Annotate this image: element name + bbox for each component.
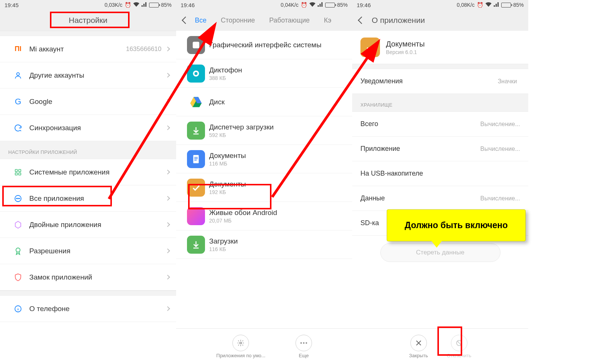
svg-point-13 <box>194 72 197 75</box>
app-icon <box>187 179 205 197</box>
battery-icon <box>501 3 511 8</box>
bottom-bar: Приложения по умо... Еще <box>176 328 352 364</box>
status-speed: 0,04K/c <box>280 2 298 8</box>
tab-cached[interactable]: Кэ <box>324 17 332 24</box>
row-label: Разрешения <box>29 247 164 255</box>
row-other-accounts[interactable]: Другие аккаунты <box>0 62 176 89</box>
title-bar: Настройки <box>0 10 176 31</box>
app-row-download-manager[interactable]: Диспетчер загрузки592 КБ <box>176 116 352 145</box>
app-size: 116 МБ <box>209 161 345 167</box>
svg-point-7 <box>18 198 18 199</box>
app-size: 20,07 МБ <box>209 218 345 224</box>
row-label: Замок приложений <box>29 273 164 281</box>
back-icon[interactable] <box>358 17 365 24</box>
app-icon <box>187 36 205 54</box>
sync-icon <box>13 123 23 133</box>
app-name: Документы <box>209 152 345 160</box>
app-name: Диктофон <box>209 66 345 74</box>
google-icon: G <box>13 97 23 107</box>
chevron-right-icon <box>165 275 170 280</box>
back-icon[interactable] <box>182 17 189 24</box>
app-row-drive[interactable]: Диск <box>176 88 352 116</box>
row-about-phone[interactable]: О телефоне <box>0 296 176 322</box>
app-row-recorder[interactable]: Диктофон388 КБ <box>176 59 352 88</box>
hex-icon <box>13 220 23 230</box>
row-label: Двойные приложения <box>29 221 164 229</box>
svg-point-6 <box>16 198 17 199</box>
row-label: О телефоне <box>29 305 164 313</box>
default-apps-button[interactable]: Приложения по умо... <box>216 335 265 358</box>
row-storage-total: Всего Вычисление... <box>352 112 528 137</box>
tab-all[interactable]: Все <box>195 17 207 24</box>
chevron-right-icon <box>165 248 170 253</box>
status-time: 19:46 <box>357 2 371 8</box>
alarm-icon: ⏰ <box>477 2 483 8</box>
row-label: Данные <box>360 194 385 202</box>
callout-tooltip: Должно быть включено <box>387 209 526 241</box>
svg-point-19 <box>300 342 302 344</box>
chevron-right-icon <box>165 73 170 78</box>
tab-running[interactable]: Работающие <box>269 17 310 24</box>
row-all-apps[interactable]: Все приложения <box>0 185 176 212</box>
status-bar: 19:46 0,04K/c ⏰ 85% <box>176 0 352 10</box>
app-icon <box>187 122 205 140</box>
row-notifications[interactable]: Уведомления Значки <box>352 69 528 94</box>
row-value: Вычисление... <box>480 146 520 152</box>
svg-point-0 <box>17 72 19 75</box>
person-icon <box>13 71 23 80</box>
app-version: Версия 6.0.1 <box>386 49 425 55</box>
alarm-icon: ⏰ <box>125 2 131 8</box>
row-sync[interactable]: Синхронизация <box>0 115 176 141</box>
chevron-right-icon <box>165 99 170 104</box>
app-row-docs-miui[interactable]: Документы192 КБ <box>176 173 352 202</box>
app-name: Документы <box>209 180 345 188</box>
app-size: 388 КБ <box>209 75 345 81</box>
svg-point-8 <box>19 198 20 199</box>
close-button[interactable]: Закрыть <box>409 335 428 358</box>
app-name: Загрузки <box>209 237 345 245</box>
chevron-right-icon <box>165 306 170 311</box>
svg-point-18 <box>240 342 242 344</box>
button-label: Закрыть <box>409 353 428 358</box>
app-row-downloads[interactable]: Загрузки116 КБ <box>176 230 352 259</box>
more-button[interactable]: Еще <box>295 335 312 358</box>
app-row-live-wallpaper[interactable]: Живые обои Android20,07 МБ <box>176 202 352 230</box>
app-name: Живые обои Android <box>209 209 345 217</box>
button-label: Отключить <box>447 353 472 358</box>
row-storage-usb: На USB-накопителе <box>352 161 528 186</box>
row-value: Вычисление... <box>480 195 520 202</box>
tabs-bar: Все Сторонние Работающие Кэ <box>176 10 352 31</box>
svg-point-20 <box>303 342 304 344</box>
app-icon <box>187 236 205 254</box>
app-name: Диск <box>209 98 345 106</box>
tab-third-party[interactable]: Сторонние <box>221 17 255 24</box>
row-mi-account[interactable]: ΠΙ Mi аккаунт 1635666610 <box>0 36 176 62</box>
title-bar: О приложении <box>352 10 528 31</box>
row-label: Уведомления <box>360 77 403 85</box>
app-row-docs-google[interactable]: Документы116 МБ <box>176 145 352 173</box>
chevron-right-icon <box>165 125 170 130</box>
row-storage-app: Приложение Вычисление... <box>352 137 528 161</box>
row-label: Приложение <box>360 145 400 153</box>
screen-settings: 19:45 0,03K/c ⏰ 85% Настройки ΠΙ Mi акка… <box>0 0 176 364</box>
app-size: 592 КБ <box>209 132 345 138</box>
row-app-lock[interactable]: Замок приложений <box>0 264 176 290</box>
row-google[interactable]: G Google <box>0 89 176 115</box>
disable-button[interactable]: Отключить <box>447 335 472 358</box>
svg-rect-2 <box>19 169 21 171</box>
battery-icon <box>149 3 159 8</box>
status-bar: 19:45 0,03K/c ⏰ 85% <box>0 0 176 10</box>
signal-icon <box>494 2 499 8</box>
button-label: Стереть данные <box>416 249 464 256</box>
app-icon <box>187 150 205 168</box>
bottom-bar: Закрыть Отключить <box>352 328 528 364</box>
status-speed: 0,03K/c <box>104 2 122 8</box>
row-dual-apps[interactable]: Двойные приложения <box>0 212 176 238</box>
app-name: Документы <box>386 40 425 48</box>
row-label: Синхронизация <box>29 124 164 132</box>
row-system-apps[interactable]: Системные приложения <box>0 159 176 185</box>
app-row-system-ui[interactable]: Графический интерфейс системы <box>176 31 352 59</box>
svg-rect-1 <box>15 169 18 171</box>
row-label: SD-ка <box>360 219 379 227</box>
row-permissions[interactable]: Разрешения <box>0 238 176 264</box>
